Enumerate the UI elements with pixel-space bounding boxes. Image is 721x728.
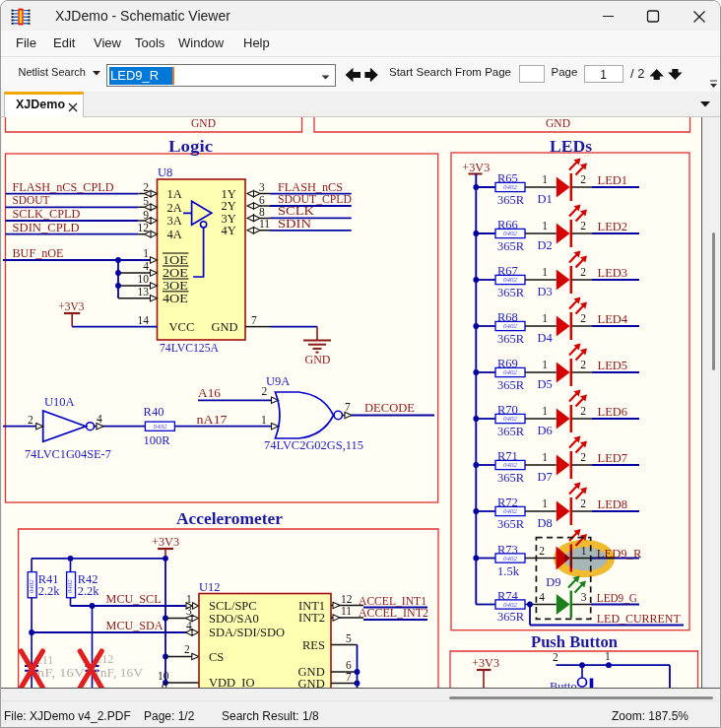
- svg-text:R67: R67: [497, 264, 518, 278]
- svg-text:LED6: LED6: [598, 405, 628, 419]
- svg-text:365R: 365R: [497, 610, 525, 624]
- svg-text:2: 2: [580, 451, 586, 463]
- svg-text:0402: 0402: [66, 579, 74, 594]
- svg-text:GND: GND: [191, 117, 216, 130]
- svg-text:0402: 0402: [28, 579, 35, 594]
- svg-text:3A: 3A: [167, 214, 182, 228]
- svg-text:SCLK_CPLD: SCLK_CPLD: [13, 207, 81, 221]
- svg-text:2OE: 2OE: [163, 266, 188, 280]
- svg-text:2: 2: [28, 414, 33, 426]
- svg-text:GND: GND: [305, 353, 331, 366]
- svg-text:SDIN_CPLD: SDIN_CPLD: [13, 221, 80, 234]
- svg-text:2.2k: 2.2k: [38, 584, 61, 598]
- svg-text:10: 10: [158, 670, 169, 682]
- svg-text:5: 5: [143, 195, 149, 207]
- svg-text:1: 1: [542, 266, 548, 278]
- svg-text:2: 2: [539, 545, 545, 557]
- svg-text:R65: R65: [497, 171, 518, 185]
- svg-text:R69: R69: [497, 357, 518, 370]
- svg-text:2: 2: [143, 181, 149, 193]
- svg-text:D8: D8: [538, 516, 553, 530]
- svg-text:LED1: LED1: [598, 173, 628, 187]
- svg-text:R66: R66: [497, 218, 518, 232]
- svg-text:1: 1: [261, 414, 267, 426]
- svg-text:Logic: Logic: [168, 137, 214, 156]
- svg-text:SDA/SDI/SDO: SDA/SDI/SDO: [209, 626, 285, 639]
- svg-text:7: 7: [346, 671, 352, 683]
- svg-text:D9: D9: [546, 575, 560, 589]
- svg-text:2: 2: [580, 173, 586, 185]
- svg-text:4: 4: [143, 260, 149, 272]
- svg-text:LED_CURRENT: LED_CURRENT: [597, 612, 681, 626]
- svg-text:2: 2: [580, 220, 586, 232]
- svg-text:D7: D7: [538, 470, 553, 484]
- svg-text:365R: 365R: [497, 378, 525, 392]
- svg-text:11: 11: [259, 218, 270, 230]
- svg-text:1: 1: [143, 247, 149, 259]
- svg-text:2: 2: [580, 266, 586, 278]
- svg-text:A16: A16: [198, 386, 221, 400]
- svg-text:365R: 365R: [497, 286, 525, 299]
- svg-text:8: 8: [259, 206, 265, 218]
- svg-text:12: 12: [341, 593, 353, 605]
- svg-text:9: 9: [143, 209, 149, 221]
- svg-text:1: 1: [542, 405, 548, 417]
- svg-text:INT2: INT2: [298, 611, 325, 625]
- svg-text:365R: 365R: [497, 471, 525, 485]
- svg-text:1.5k: 1.5k: [497, 564, 520, 578]
- svg-text:74LVC125A: 74LVC125A: [160, 341, 219, 355]
- svg-text:D2: D2: [538, 238, 553, 252]
- svg-text:U10A: U10A: [44, 395, 75, 409]
- svg-text:0402: 0402: [153, 423, 167, 430]
- svg-text:2: 2: [580, 405, 586, 417]
- svg-text:2: 2: [262, 385, 268, 397]
- svg-text:R40: R40: [144, 405, 164, 419]
- svg-text:7: 7: [251, 314, 257, 326]
- svg-text:FLASH_nCS_CPLD: FLASH_nCS_CPLD: [13, 180, 114, 194]
- svg-text:D6: D6: [538, 424, 553, 437]
- svg-text:VDD_IO: VDD_IO: [209, 676, 255, 688]
- svg-text:7: 7: [345, 401, 351, 413]
- svg-text:LED2: LED2: [598, 220, 628, 233]
- svg-text:1: 1: [542, 451, 548, 463]
- svg-text:BUF_nOE: BUF_nOE: [13, 246, 64, 260]
- svg-text:LED9_G: LED9_G: [597, 591, 637, 605]
- svg-text:365R: 365R: [497, 425, 525, 438]
- svg-text:VCC: VCC: [169, 320, 195, 334]
- svg-text:1: 1: [542, 359, 548, 370]
- svg-text:6: 6: [259, 194, 265, 206]
- svg-text:1: 1: [542, 497, 548, 509]
- svg-text:RES: RES: [302, 638, 325, 652]
- svg-text:CS: CS: [209, 650, 224, 664]
- svg-text:SDIN: SDIN: [278, 217, 311, 231]
- svg-text:1: 1: [605, 650, 611, 662]
- svg-text:SDOUT: SDOUT: [13, 193, 50, 207]
- svg-text:R71: R71: [497, 449, 518, 463]
- svg-text:4Y: 4Y: [222, 224, 236, 237]
- svg-text:1A: 1A: [167, 187, 182, 201]
- svg-text:2: 2: [580, 312, 586, 324]
- svg-text:2A: 2A: [167, 201, 182, 215]
- svg-text:1nF, 16V: 1nF, 16V: [94, 666, 143, 680]
- svg-text:4OE: 4OE: [163, 292, 188, 305]
- svg-text:365R: 365R: [497, 193, 525, 207]
- svg-text:GND: GND: [298, 677, 325, 688]
- svg-text:U9A: U9A: [266, 374, 290, 388]
- svg-text:2: 2: [553, 651, 558, 663]
- svg-text:1OE: 1OE: [163, 253, 188, 267]
- svg-text:4: 4: [539, 591, 545, 603]
- svg-text:U8: U8: [158, 165, 172, 179]
- svg-text:74LVC1G04SE-7: 74LVC1G04SE-7: [25, 447, 111, 461]
- svg-text:R74: R74: [497, 589, 519, 603]
- svg-text:1: 1: [542, 312, 548, 324]
- svg-text:R72: R72: [497, 496, 518, 509]
- svg-text:GND: GND: [211, 320, 237, 334]
- svg-text:LED3: LED3: [598, 266, 628, 280]
- svg-text:365R: 365R: [497, 239, 525, 253]
- svg-text:1: 1: [542, 220, 548, 232]
- svg-text:74LVC2G02GS,115: 74LVC2G02GS,115: [264, 438, 363, 452]
- svg-text:100R: 100R: [144, 433, 171, 447]
- svg-text:nA17: nA17: [197, 413, 228, 427]
- svg-text:2: 2: [580, 497, 586, 509]
- svg-text:LED5: LED5: [598, 359, 628, 372]
